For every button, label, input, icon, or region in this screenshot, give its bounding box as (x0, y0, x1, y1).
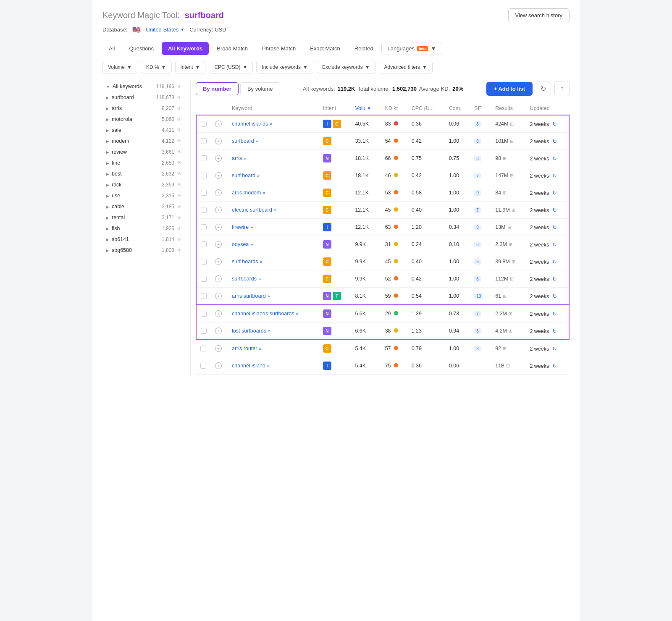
add-keyword-icon[interactable]: + (215, 207, 222, 213)
expand-arrows-icon[interactable]: » (250, 225, 253, 230)
tab-questions[interactable]: Questions (123, 42, 160, 55)
expand-arrows-icon[interactable]: » (268, 293, 270, 299)
keyword-link[interactable]: firewire » (232, 224, 315, 230)
results-icon[interactable]: ⊞ (506, 363, 510, 369)
results-icon[interactable]: ⊞ (510, 139, 514, 144)
sidebar-item-Allkeywords[interactable]: ▼ All keywords 119,196 👁 (102, 81, 185, 92)
add-keyword-icon[interactable]: + (215, 172, 222, 179)
sidebar-item-best[interactable]: ▶ best 2,632 👁 (102, 168, 185, 179)
expand-arrows-icon[interactable]: » (268, 328, 270, 333)
keyword-link[interactable]: surf board » (232, 173, 315, 178)
refresh-icon[interactable]: ↻ (552, 207, 557, 213)
sidebar-item-cable[interactable]: ▶ cable 2,185 👁 (102, 201, 185, 212)
refresh-icon[interactable]: ↻ (552, 139, 557, 144)
keyword-link[interactable]: surfboard » (232, 138, 315, 144)
row-checkbox[interactable] (201, 328, 207, 334)
sidebar-item-review[interactable]: ▶ review 3,661 👁 (102, 147, 185, 157)
advanced-filters-filter[interactable]: Advanced filters ▼ (379, 61, 433, 73)
refresh-icon[interactable]: ↻ (552, 121, 557, 127)
keyword-link[interactable]: surfboards » (232, 276, 315, 282)
add-keyword-icon[interactable]: + (215, 275, 222, 282)
kd-filter[interactable]: KD % ▼ (141, 61, 172, 73)
add-keyword-icon[interactable]: + (215, 345, 222, 352)
refresh-icon[interactable]: ↻ (552, 156, 557, 162)
row-checkbox[interactable] (200, 346, 206, 351)
include-keywords-filter[interactable]: Include keywords ▼ (256, 61, 313, 73)
keyword-link[interactable]: surf boards » (232, 259, 315, 265)
sidebar-item-motorola[interactable]: ▶ motorola 5,060 👁 (102, 114, 185, 125)
results-icon[interactable]: ⊞ (510, 121, 514, 127)
refresh-icon[interactable]: ↻ (552, 259, 557, 265)
visibility-icon[interactable]: 👁 (177, 193, 182, 199)
row-checkbox[interactable] (201, 311, 207, 317)
sidebar-item-rental[interactable]: ▶ rental 2,171 👁 (102, 212, 185, 223)
expand-arrows-icon[interactable]: » (250, 242, 253, 247)
add-keyword-icon[interactable]: + (215, 138, 222, 144)
add-keyword-icon[interactable]: + (215, 293, 222, 299)
visibility-icon[interactable]: 👁 (177, 171, 182, 177)
row-checkbox[interactable] (201, 155, 207, 161)
tab-related[interactable]: Related (348, 42, 380, 55)
sidebar-item-modem[interactable]: ▶ modem 4,122 👁 (102, 136, 185, 147)
visibility-icon[interactable]: 👁 (177, 236, 182, 242)
add-keyword-icon[interactable]: + (215, 189, 222, 196)
refresh-icon[interactable]: ↻ (552, 190, 557, 196)
refresh-icon[interactable]: ↻ (552, 328, 557, 334)
expand-arrows-icon[interactable]: » (256, 139, 258, 144)
visibility-icon[interactable]: 👁 (177, 94, 182, 100)
row-checkbox[interactable] (201, 241, 207, 247)
visibility-icon[interactable]: 👁 (177, 247, 182, 253)
visibility-icon[interactable]: 👁 (177, 105, 182, 111)
sidebar-item-sbg6580[interactable]: ▶ sbg6580 1,808 👁 (102, 245, 185, 256)
sidebar-item-fish[interactable]: ▶ fish 1,926 👁 (102, 223, 185, 234)
view-history-button[interactable]: View search history (508, 8, 570, 22)
refresh-icon[interactable]: ↻ (552, 363, 557, 369)
refresh-icon[interactable]: ↻ (552, 311, 557, 317)
keyword-link[interactable]: odysea » (232, 241, 315, 247)
refresh-icon[interactable]: ↻ (552, 346, 557, 352)
results-icon[interactable]: ⊞ (503, 156, 507, 161)
expand-arrows-icon[interactable]: » (257, 173, 260, 178)
refresh-icon[interactable]: ↻ (552, 276, 557, 282)
refresh-icon[interactable]: ↻ (552, 242, 557, 248)
tab-exact-match[interactable]: Exact Match (304, 42, 346, 55)
row-checkbox[interactable] (200, 363, 206, 369)
visibility-icon[interactable]: 👁 (177, 84, 182, 89)
cpc-filter[interactable]: CPC (USD) ▼ (209, 61, 253, 73)
add-keyword-icon[interactable]: + (215, 155, 222, 162)
tab-phrase-match[interactable]: Phrase Match (256, 42, 302, 55)
row-checkbox[interactable] (201, 224, 207, 230)
add-keyword-icon[interactable]: + (215, 328, 222, 334)
visibility-icon[interactable]: 👁 (177, 204, 182, 210)
visibility-icon[interactable]: 👁 (177, 215, 182, 220)
sidebar-item-fine[interactable]: ▶ fine 2,650 👁 (102, 157, 185, 168)
volume-filter[interactable]: Volume ▼ (102, 61, 137, 73)
visibility-icon[interactable]: 👁 (177, 127, 182, 133)
visibility-icon[interactable]: 👁 (177, 225, 182, 231)
add-keyword-icon[interactable]: + (215, 224, 222, 231)
row-checkbox[interactable] (201, 207, 207, 213)
keyword-link[interactable]: arris surfboard » (232, 293, 315, 299)
expand-arrows-icon[interactable]: » (262, 190, 265, 195)
row-checkbox[interactable] (201, 138, 207, 144)
intent-filter[interactable]: Intent ▼ (175, 61, 206, 73)
row-checkbox[interactable] (201, 259, 207, 265)
add-keyword-icon[interactable]: + (215, 310, 222, 317)
expand-arrows-icon[interactable]: » (267, 363, 270, 368)
row-checkbox[interactable] (201, 121, 207, 127)
keyword-link[interactable]: channel islands surfboards » (232, 311, 315, 317)
visibility-icon[interactable]: 👁 (177, 116, 182, 122)
keyword-link[interactable]: channel islands » (232, 121, 315, 127)
refresh-icon[interactable]: ↻ (552, 293, 557, 299)
expand-arrows-icon[interactable]: » (244, 156, 246, 161)
add-to-list-button[interactable]: + Add to list (486, 82, 533, 96)
expand-arrows-icon[interactable]: » (260, 259, 262, 264)
results-icon[interactable]: ⊞ (503, 346, 507, 351)
keyword-link[interactable]: arris router » (232, 346, 315, 351)
sidebar-item-rack[interactable]: ▶ rack 2,359 👁 (102, 179, 185, 190)
export-button[interactable]: ↑ (554, 81, 570, 96)
results-icon[interactable]: ⊞ (503, 190, 507, 196)
results-icon[interactable]: ⊞ (512, 259, 515, 265)
add-keyword-icon[interactable]: + (215, 121, 222, 127)
visibility-icon[interactable]: 👁 (177, 138, 182, 144)
